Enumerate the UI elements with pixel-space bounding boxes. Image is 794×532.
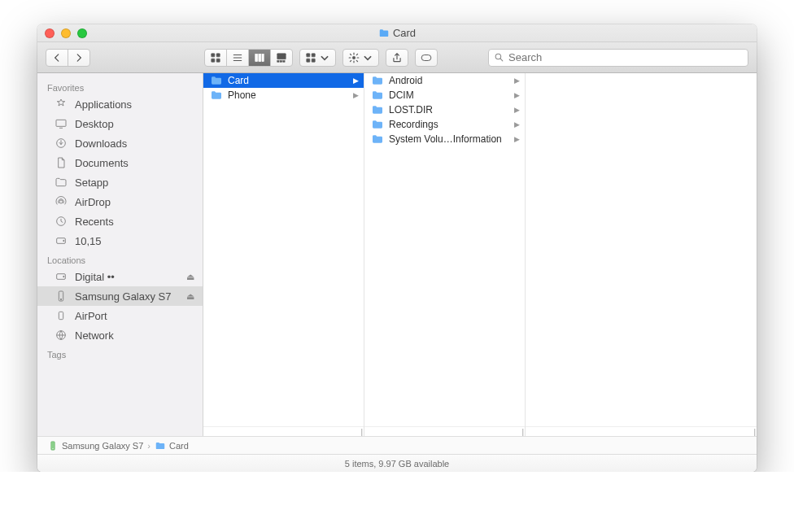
folder-icon — [155, 440, 166, 451]
list-item-label: Android — [389, 75, 518, 86]
chevron-right-icon: ▶ — [353, 76, 359, 85]
folder-icon — [54, 176, 68, 189]
list-item[interactable]: Recordings▶ — [364, 117, 525, 132]
svg-point-27 — [60, 299, 61, 299]
forward-button[interactable] — [68, 50, 89, 66]
sidebar-item-label: Samsung Galaxy S7 — [75, 290, 172, 303]
svg-point-17 — [495, 54, 501, 59]
folder-blue-icon — [371, 103, 384, 116]
eject-icon[interactable]: ⏏ — [186, 291, 194, 302]
column-view: Card▶Phone▶||Android▶DCIM▶LOST.DIR▶Recor… — [203, 73, 757, 436]
column-list[interactable] — [526, 73, 757, 426]
share-button[interactable] — [386, 49, 408, 67]
list-item[interactable]: Card▶ — [203, 73, 364, 88]
folder-icon — [210, 89, 223, 102]
sidebar-item-applications[interactable]: Applications — [37, 94, 203, 114]
folder-blue-icon — [371, 74, 384, 87]
sidebar-item-label: Digital •• — [75, 271, 115, 283]
sidebar-item-downloads[interactable]: Downloads — [37, 133, 203, 153]
folder-blue-icon — [210, 89, 223, 102]
back-button[interactable] — [46, 50, 68, 66]
list-item[interactable]: Phone▶ — [203, 88, 364, 102]
path-segment[interactable]: Card — [155, 440, 189, 451]
view-gallery-button[interactable] — [271, 50, 292, 66]
chevron-right-icon: ▶ — [514, 120, 520, 129]
column-list[interactable]: Android▶DCIM▶LOST.DIR▶Recordings▶System … — [364, 73, 525, 426]
svg-rect-18 — [56, 120, 66, 126]
list-item-label: Recordings — [389, 119, 518, 130]
chevron-right-icon: ▶ — [514, 106, 520, 114]
sidebar-item-airport[interactable]: AirPort — [37, 306, 203, 325]
svg-rect-16 — [421, 55, 431, 60]
svg-rect-2 — [212, 59, 215, 62]
svg-rect-0 — [212, 53, 215, 56]
view-columns-button[interactable] — [249, 50, 271, 66]
recents-icon — [55, 215, 68, 228]
column-resize-handle[interactable]: || — [526, 426, 757, 436]
folder-icon — [210, 74, 223, 87]
eject-icon[interactable]: ⏏ — [186, 272, 194, 282]
sidebar-item-label: Applications — [75, 98, 132, 111]
view-list-button[interactable] — [227, 50, 249, 66]
group-by-button[interactable] — [299, 49, 336, 67]
sidebar-item-setapp[interactable]: Setapp — [37, 172, 203, 192]
view-icon-button[interactable] — [205, 50, 227, 66]
sidebar-item-label: AirPort — [75, 310, 107, 322]
column-resize-handle[interactable]: || — [203, 426, 364, 436]
search-field[interactable] — [488, 49, 748, 67]
chevron-right-icon: ▶ — [514, 91, 520, 99]
svg-rect-8 — [277, 60, 279, 62]
svg-point-15 — [352, 56, 356, 59]
sidebar-item-10-15[interactable]: 10,15 — [37, 231, 203, 251]
column-list[interactable]: Card▶Phone▶ — [203, 73, 364, 426]
sidebar-item-digital-[interactable]: Digital ••⏏ — [37, 267, 203, 286]
nav-buttons — [46, 49, 90, 67]
sidebar-item-documents[interactable]: Documents — [37, 153, 203, 172]
action-menu-button[interactable] — [342, 49, 379, 67]
airdrop-icon — [55, 195, 68, 208]
svg-point-20 — [59, 200, 63, 203]
sidebar-item-samsung-galaxy-s7[interactable]: Samsung Galaxy S7⏏ — [37, 286, 203, 306]
gallery-icon — [276, 52, 287, 63]
search-input[interactable] — [508, 51, 743, 63]
titlebar: Card — [37, 24, 757, 42]
list-item[interactable]: Android▶ — [364, 73, 525, 88]
desktop-icon — [54, 117, 68, 130]
chevron-left-icon — [51, 52, 63, 63]
list-item-label: System Volu…Information — [389, 133, 518, 145]
disk-icon — [55, 270, 68, 283]
svg-rect-6 — [262, 54, 264, 61]
folder-icon — [378, 28, 390, 39]
list-item[interactable]: LOST.DIR▶ — [364, 102, 525, 117]
sidebar-item-label: Desktop — [75, 118, 114, 130]
column: Card▶Phone▶|| — [203, 73, 364, 436]
list-item[interactable]: DCIM▶ — [364, 88, 525, 102]
folder-blue-icon — [371, 89, 384, 102]
view-switcher — [204, 49, 293, 67]
search-icon — [494, 52, 504, 63]
toolbar — [37, 42, 757, 73]
svg-rect-9 — [280, 60, 281, 62]
sidebar-item-network[interactable]: Network — [37, 325, 203, 345]
path-segment[interactable]: Samsung Galaxy S7 — [47, 440, 143, 451]
path-bar: Samsung Galaxy S7›Card — [37, 436, 757, 454]
sidebar-item-desktop[interactable]: Desktop — [37, 114, 203, 133]
svg-rect-10 — [283, 60, 285, 62]
desktop-icon — [55, 117, 68, 130]
tag-icon — [421, 52, 432, 63]
column-resize-handle[interactable]: || — [364, 426, 525, 436]
chevron-right-icon: ▶ — [514, 76, 520, 85]
folder-blue-icon — [155, 440, 166, 451]
tags-button[interactable] — [415, 49, 438, 67]
sidebar-item-recents[interactable]: Recents — [37, 211, 203, 231]
path-separator: › — [147, 441, 151, 451]
svg-rect-4 — [255, 54, 258, 61]
sidebar-item-airdrop[interactable]: AirDrop — [37, 192, 203, 211]
path-segment-label: Samsung Galaxy S7 — [62, 441, 143, 451]
sidebar-header: Tags — [37, 345, 203, 361]
status-bar: 5 items, 9.97 GB available — [37, 454, 757, 472]
folder-icon — [371, 103, 384, 116]
svg-rect-11 — [307, 53, 310, 56]
list-item[interactable]: System Volu…Information▶ — [364, 132, 525, 146]
chevron-down-icon — [362, 52, 373, 63]
